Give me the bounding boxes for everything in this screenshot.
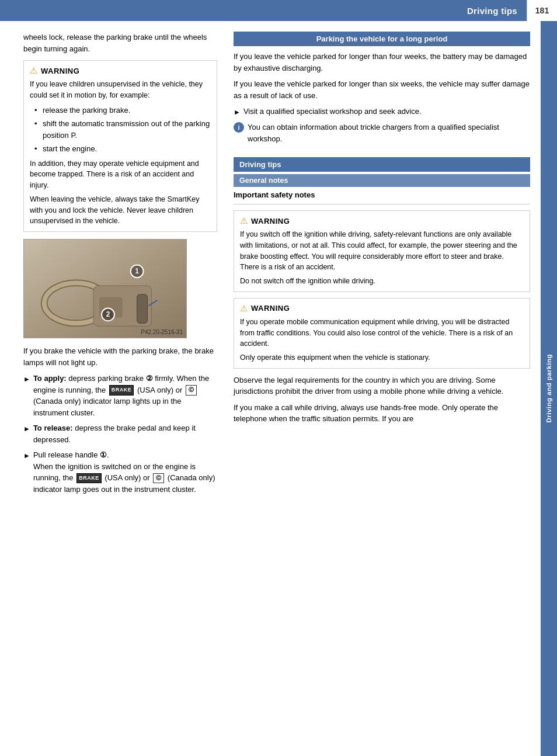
warning-label-1: WARNING — [41, 67, 79, 75]
warning-title-row-3: ⚠ WARNING — [240, 303, 524, 314]
parking-para2: If you leave the vehicle parked for long… — [234, 78, 530, 101]
header-title: Driving tips — [458, 6, 527, 16]
driving-para1: Observe the legal requirements for the c… — [234, 374, 530, 397]
info-icon-1: i — [234, 122, 244, 133]
warning-final-3: Only operate this equipment when the veh… — [240, 352, 524, 363]
brake-text: If you brake the vehicle with the parkin… — [23, 345, 217, 368]
parking-arrow-1: ► — [234, 107, 241, 117]
action-arrow-3: ► — [23, 450, 30, 461]
warning-title-row-2: ⚠ WARNING — [240, 216, 524, 226]
action-apply-label: To apply: — [33, 374, 67, 383]
action-release-text: To release: depress the brake pedal and … — [33, 422, 217, 445]
warning-body-2: If you switch off the ignition while dri… — [240, 229, 524, 273]
parking-long-header: Parking the vehicle for a long period — [234, 32, 530, 46]
warning-bullet-list-1: release the parking brake. shift the aut… — [34, 105, 211, 155]
bullet-1: release the parking brake. — [34, 105, 211, 116]
page-number: 181 — [527, 0, 557, 21]
warning-label-3: WARNING — [251, 304, 290, 313]
brake-badge-2: BRAKE — [76, 473, 102, 484]
right-column: Parking the vehicle for a long period If… — [228, 32, 541, 499]
intro-text: wheels lock, release the parking brake u… — [23, 32, 217, 54]
parking-action1-text: Visit a qualified specialist workshop an… — [243, 106, 530, 117]
svg-text:1: 1 — [135, 267, 139, 275]
action-pull: ► Pull release handle ①. When the igniti… — [23, 449, 217, 495]
general-notes-header: General notes — [234, 174, 530, 187]
car-interior-svg: 1 2 — [24, 240, 186, 338]
car-interior-graphic: 1 2 P42.20-2516-31 — [24, 240, 186, 338]
action-release: ► To release: depress the brake pedal an… — [23, 422, 217, 445]
bullet-2: shift the automatic transmission out of … — [34, 118, 211, 141]
safety-notes-title: Important safety notes — [234, 190, 530, 199]
warning-triangle-icon-2: ⚠ — [240, 216, 248, 226]
side-tab-label: Driving and parking — [545, 354, 552, 423]
circle-1-ref: ① — [100, 450, 107, 459]
parking-info1: i You can obtain information about trick… — [234, 122, 530, 144]
left-column: wheels lock, release the parking brake u… — [0, 32, 228, 499]
warning-final-2: Do not switch off the ignition while dri… — [240, 276, 524, 287]
warning-box-1: ⚠ WARNING If you leave children unsuperv… — [23, 60, 217, 232]
parking-brake-image: 1 2 P42.20-2516-31 — [23, 239, 187, 338]
warning-title-row-1: ⚠ WARNING — [30, 65, 211, 76]
parking-info1-text: You can obtain information about trickle… — [248, 122, 530, 144]
warning-box-2: ⚠ WARNING If you switch off the ignition… — [234, 210, 530, 292]
action-release-label: To release: — [33, 424, 73, 432]
image-caption: P42.20-2516-31 — [141, 329, 183, 335]
svg-text:2: 2 — [106, 310, 110, 318]
warning-final-1: When leaving the vehicle, always take th… — [30, 194, 211, 227]
driving-tips-header: Driving tips — [234, 157, 530, 172]
header-title-box: Driving tips — [458, 6, 527, 16]
warning-continuation-1: In addition, they may operate vehicle eq… — [30, 158, 211, 191]
driving-para2: If you make a call while driving, always… — [234, 402, 530, 425]
circle-2-ref: ② — [146, 374, 153, 383]
brake-badge-1: BRAKE — [109, 385, 134, 396]
parking-para1: If you leave the vehicle parked for long… — [234, 51, 530, 74]
warning-box-3: ⚠ WARNING If you operate mobile communic… — [234, 298, 530, 369]
canada-badge-2: Ⓒ — [153, 473, 164, 484]
page-container: Driving tips 181 Driving and parking whe… — [0, 0, 557, 756]
action-arrow-2: ► — [23, 424, 30, 434]
divider-1 — [234, 204, 530, 204]
action-apply-text: To apply: depress parking brake ② firmly… — [33, 373, 217, 418]
warning-label-2: WARNING — [251, 217, 290, 226]
bullet-3: start the engine. — [34, 143, 211, 155]
header-bar: Driving tips 181 — [0, 0, 557, 21]
warning-triangle-icon-1: ⚠ — [30, 65, 37, 76]
main-content: wheels lock, release the parking brake u… — [0, 21, 541, 499]
side-tab: Driving and parking — [541, 21, 557, 756]
svg-rect-5 — [137, 294, 148, 323]
canada-badge-1: Ⓒ — [186, 385, 197, 396]
parking-action1: ► Visit a qualified specialist workshop … — [234, 106, 530, 117]
warning-body-1: If you leave children unsupervised in th… — [30, 79, 211, 101]
action-arrow-1: ► — [23, 374, 30, 384]
action-pull-text: Pull release handle ①. When the ignition… — [33, 449, 217, 495]
warning-triangle-icon-3: ⚠ — [240, 303, 248, 314]
action-apply: ► To apply: depress parking brake ② firm… — [23, 373, 217, 418]
warning-body-3: If you operate mobile communication equi… — [240, 317, 524, 349]
